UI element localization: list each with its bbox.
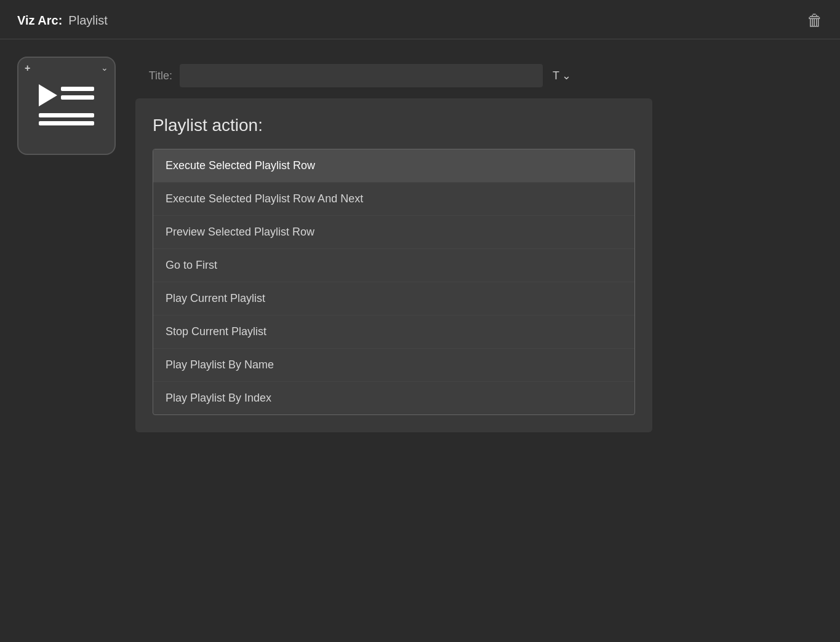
- title-input[interactable]: [180, 64, 543, 87]
- right-panel: Title: T ⌄ Playlist action: Execute Sele…: [135, 57, 823, 432]
- playlist-icon: [39, 84, 94, 127]
- dropdown-container: Playlist action: Execute Selected Playli…: [135, 98, 652, 432]
- svg-rect-4: [39, 121, 94, 125]
- icon-widget-chevron[interactable]: ⌄: [101, 63, 108, 73]
- svg-rect-1: [61, 87, 94, 91]
- dropdown-item[interactable]: Play Current Playlist: [153, 282, 634, 315]
- type-label: T: [553, 69, 559, 82]
- dropdown-item[interactable]: Preview Selected Playlist Row: [153, 216, 634, 249]
- trash-icon[interactable]: 🗑: [807, 11, 823, 30]
- header-divider: [0, 39, 840, 39]
- plus-button[interactable]: +: [25, 63, 30, 74]
- title-label: Title:: [135, 69, 172, 82]
- app-name: Viz Arc:: [17, 14, 62, 28]
- header: Viz Arc: Playlist 🗑: [0, 0, 840, 39]
- type-chevron: ⌄: [562, 69, 571, 82]
- dropdown-item[interactable]: Play Playlist By Index: [153, 382, 634, 414]
- svg-marker-0: [39, 84, 57, 106]
- title-type-button[interactable]: T ⌄: [553, 69, 571, 82]
- dropdown-item[interactable]: Play Playlist By Name: [153, 349, 634, 382]
- content-area: + ⌄ Title: T ⌄ Playlist action:: [0, 57, 840, 432]
- page-name: Playlist: [68, 14, 107, 28]
- dropdown-item[interactable]: Execute Selected Playlist Row And Next: [153, 183, 634, 216]
- dropdown-item[interactable]: Go to First: [153, 249, 634, 282]
- dropdown-item[interactable]: Execute Selected Playlist Row: [153, 149, 634, 183]
- icon-widget[interactable]: + ⌄: [17, 57, 116, 155]
- title-row: Title: T ⌄: [135, 64, 823, 87]
- svg-rect-3: [39, 113, 94, 117]
- dropdown-title: Playlist action:: [153, 116, 635, 135]
- svg-rect-2: [61, 95, 94, 100]
- dropdown-item[interactable]: Stop Current Playlist: [153, 315, 634, 349]
- dropdown-list: Execute Selected Playlist RowExecute Sel…: [153, 149, 635, 415]
- header-left: Viz Arc: Playlist: [17, 14, 108, 28]
